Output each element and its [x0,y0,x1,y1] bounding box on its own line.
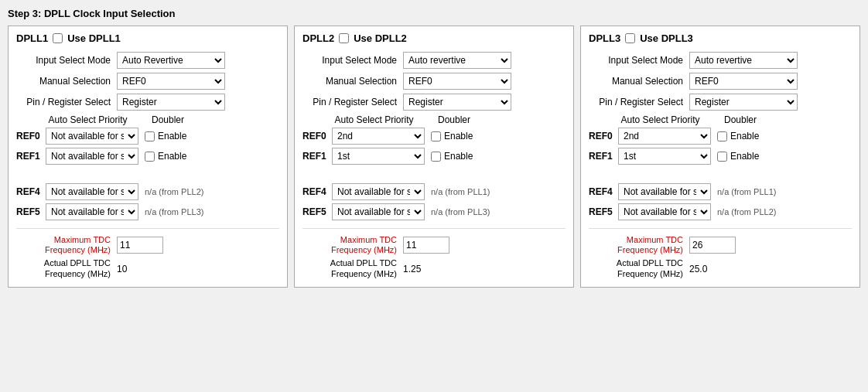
dpll1-header: DPLL1Use DPLL1 [16,32,279,44]
dpll1-ref1-doubler-label: Enable [158,151,186,162]
dpll2-ref1-row: REF1Not available for s1st2nd3rd4thEnabl… [302,148,566,165]
dpll3-use-label: Use DPLL3 [640,32,693,44]
dpll3-input-mode-row: Input Select ModeAuto revertiveManualAut… [589,52,852,69]
dpll3-ref0-doubler-checkbox[interactable] [717,131,727,141]
dpll1-ref0-doubler-label: Enable [158,131,186,141]
dpll1-max-tdc-row: Maximum TDC Frequency (MHz) [16,235,279,255]
dpll2-ref5-label: REF5 [302,206,332,217]
dpll3-ref1-doubler: Enable [717,151,759,162]
dpll1-input-mode-select[interactable]: Auto RevertiveManualAuto Non-Revertive [117,52,225,69]
dpll2-ref0-doubler-label: Enable [444,131,473,141]
dpll2-priority-header-label: Auto Select Priority [314,114,434,125]
dpll3-ref1-row: REF1Not available for s1st2nd3rd4thEnabl… [589,148,852,165]
dpll2-ref1-doubler-checkbox[interactable] [431,152,441,162]
dpll1-ref1-priority-select[interactable]: Not available for s1st2nd3rd4th [46,148,138,165]
dpll1-ref5-static-text: n/a (from PLL3) [145,207,203,216]
dpll1-ref1-doubler-checkbox[interactable] [145,152,155,162]
dpll-container: DPLL1Use DPLL1Input Select ModeAuto Reve… [8,26,860,288]
dpll1-pin-reg-label: Pin / Register Select [16,97,117,107]
dpll3-ref0-label: REF0 [589,131,618,141]
dpll1-ref4-select[interactable]: Not available for s [46,183,138,200]
dpll3-pin-reg-label: Pin / Register Select [589,97,689,107]
dpll3-max-tdc-input[interactable] [689,237,736,254]
dpll3-tdc-section: Maximum TDC Frequency (MHz)Actual DPLL T… [589,228,852,279]
dpll2-input-mode-select[interactable]: Auto revertiveManualAuto Non-Revertive [403,52,511,69]
dpll1-ref5-select[interactable]: Not available for s [46,203,138,220]
dpll2-max-tdc-input[interactable] [403,237,449,254]
dpll1-input-mode-label: Input Select Mode [16,55,117,66]
dpll3-actual-tdc-row: Actual DPLL TDC Frequency (MHz)25.0 [589,258,852,278]
dpll3-ref1-label: REF1 [589,151,618,162]
dpll2-ref4-label: REF4 [302,186,332,197]
dpll3-ref1-doubler-checkbox[interactable] [717,152,727,162]
dpll3-input-mode-select[interactable]: Auto revertiveManualAuto Non-Revertive [689,52,798,69]
dpll3-ref0-priority-select[interactable]: Not available for s1st2nd3rd4th [618,128,711,145]
dpll3-ref0-row: REF0Not available for s1st2nd3rd4thEnabl… [589,128,852,145]
dpll2-doubler-header-label: Doubler [438,114,470,125]
dpll3-ref5-row: REF5Not available for sn/a (from PLL2) [589,203,852,220]
dpll3-spacer [589,168,852,183]
dpll1-ref1-row: REF1Not available for s1st2nd3rd4thEnabl… [16,148,279,165]
dpll1-manual-sel-select[interactable]: REF0REF1REF4REF5 [117,73,225,90]
dpll3-ref4-select[interactable]: Not available for s [618,183,711,200]
dpll1-ref5-row: REF5Not available for sn/a (from PLL3) [16,203,279,220]
dpll3-ref0-doubler-label: Enable [730,131,759,141]
dpll3-pin-reg-select[interactable]: RegisterPin [689,94,798,111]
dpll2-actual-tdc-label: Actual DPLL TDC Frequency (MHz) [302,258,403,278]
dpll1-ref5-label: REF5 [16,206,46,217]
dpll3-manual-sel-select[interactable]: REF0REF1REF4REF5 [689,73,798,90]
dpll1-max-tdc-input[interactable] [117,237,163,254]
dpll2-ref0-label: REF0 [302,131,332,141]
dpll3-ref5-static-text: n/a (from PLL2) [717,207,776,216]
dpll2-input-mode-label: Input Select Mode [302,55,403,66]
dpll3-actual-tdc-value: 25.0 [689,264,707,274]
dpll3-input-mode-label: Input Select Mode [589,55,689,66]
dpll1-ref0-doubler-checkbox[interactable] [145,131,155,141]
dpll2-ref1-priority-select[interactable]: Not available for s1st2nd3rd4th [332,148,425,165]
dpll2-pin-reg-select[interactable]: RegisterPin [403,94,511,111]
dpll2-ref4-row: REF4Not available for sn/a (from PLL1) [302,183,566,200]
dpll2-tdc-section: Maximum TDC Frequency (MHz)Actual DPLL T… [302,228,566,279]
dpll2-pin-reg-label: Pin / Register Select [302,97,403,107]
dpll2-ref0-doubler-checkbox[interactable] [431,131,441,141]
dpll3-pin-reg-row: Pin / Register SelectRegisterPin [589,94,852,111]
dpll2-max-tdc-label: Maximum TDC Frequency (MHz) [302,235,403,255]
dpll1-manual-sel-label: Manual Selection [16,76,117,87]
dpll2-ref5-select[interactable]: Not available for s [332,203,425,220]
dpll3-header-label: DPLL3 [589,32,620,44]
dpll1-ref0-priority-select[interactable]: Not available for s1st2nd3rd4th [46,128,138,145]
dpll3-priority-header-label: Auto Select Priority [600,114,720,125]
dpll2-manual-sel-select[interactable]: REF0REF1REF4REF5 [403,73,511,90]
dpll2-priority-header: Auto Select PriorityDoubler [314,114,566,125]
dpll2-header-label: DPLL2 [302,32,334,44]
dpll2-ref1-doubler-label: Enable [444,151,473,162]
dpll3-manual-sel-label: Manual Selection [589,76,689,87]
dpll2-manual-sel-label: Manual Selection [302,76,403,87]
dpll3-header: DPLL3Use DPLL3 [589,32,852,44]
dpll1-ref4-label: REF4 [16,186,46,197]
dpll3-max-tdc-row: Maximum TDC Frequency (MHz) [589,235,852,255]
dpll1-ref0-doubler: Enable [145,131,186,141]
dpll3-use-checkbox[interactable] [625,33,635,43]
dpll3-ref0-doubler: Enable [717,131,759,141]
dpll1-pin-reg-select[interactable]: RegisterPin [117,94,225,111]
dpll2-ref0-priority-select[interactable]: Not available for s1st2nd3rd4th [332,128,425,145]
dpll1-use-checkbox[interactable] [53,33,63,43]
dpll3-ref5-select[interactable]: Not available for s [618,203,711,220]
dpll1-priority-header: Auto Select PriorityDoubler [28,114,279,125]
dpll2-actual-tdc-row: Actual DPLL TDC Frequency (MHz)1.25 [302,258,566,278]
dpll2-ref0-row: REF0Not available for s1st2nd3rd4thEnabl… [302,128,566,145]
dpll3-manual-sel-row: Manual SelectionREF0REF1REF4REF5 [589,73,852,90]
dpll2-ref5-static-text: n/a (from PLL3) [431,207,490,216]
dpll2-ref4-select[interactable]: Not available for s [332,183,425,200]
dpll1-header-label: DPLL1 [16,32,48,44]
panel-dpll2: DPLL2Use DPLL2Input Select ModeAuto reve… [294,26,574,288]
dpll2-use-label: Use DPLL2 [354,32,407,44]
dpll3-actual-tdc-label: Actual DPLL TDC Frequency (MHz) [589,258,689,278]
dpll1-ref1-doubler: Enable [145,151,186,162]
dpll2-manual-sel-row: Manual SelectionREF0REF1REF4REF5 [302,73,566,90]
dpll3-ref1-priority-select[interactable]: Not available for s1st2nd3rd4th [618,148,711,165]
dpll1-ref0-row: REF0Not available for s1st2nd3rd4thEnabl… [16,128,279,145]
dpll2-use-checkbox[interactable] [339,33,349,43]
dpll2-spacer [302,168,566,183]
